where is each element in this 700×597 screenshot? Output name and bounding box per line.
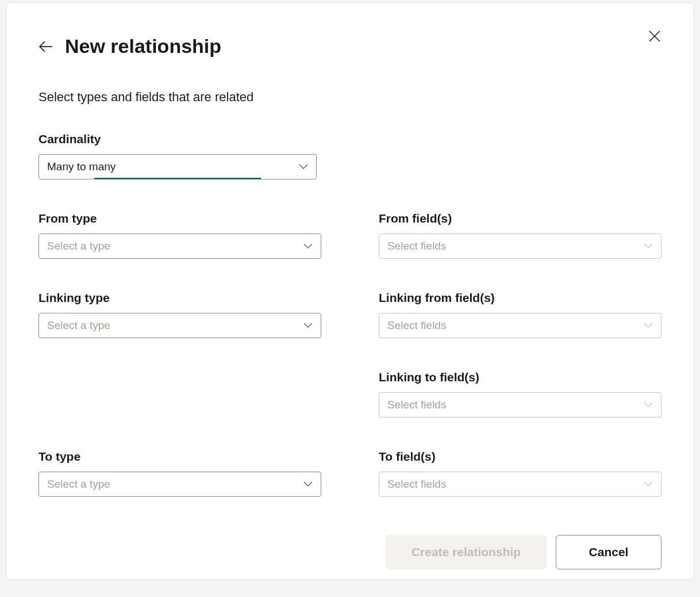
- from-fields-select[interactable]: Select fields: [379, 234, 661, 259]
- linking-from-fields-group: Linking from field(s) Select fields: [379, 291, 661, 338]
- dialog-header: New relationship: [39, 35, 661, 58]
- from-fields-label: From field(s): [379, 212, 661, 225]
- to-type-placeholder: Select a type: [47, 478, 303, 491]
- cardinality-label: Cardinality: [39, 132, 317, 146]
- cancel-button[interactable]: Cancel: [556, 535, 661, 569]
- chevron-down-icon: [303, 323, 313, 328]
- chevron-down-icon: [299, 164, 308, 170]
- new-relationship-dialog: New relationship Select types and fields…: [6, 2, 694, 580]
- chevron-down-icon: [644, 481, 653, 487]
- linking-to-fields-placeholder: Select fields: [387, 399, 644, 411]
- chevron-down-icon: [644, 243, 653, 249]
- linking-to-fields-group: Linking to field(s) Select fields: [379, 370, 661, 418]
- from-type-label: From type: [39, 212, 321, 225]
- back-arrow-icon[interactable]: [39, 39, 53, 54]
- to-fields-placeholder: Select fields: [387, 478, 644, 491]
- cardinality-select[interactable]: Many to many: [39, 154, 317, 179]
- cardinality-value: Many to many: [47, 160, 299, 173]
- chevron-down-icon: [303, 243, 313, 249]
- spacer: [39, 529, 321, 530]
- from-type-select[interactable]: Select a type: [39, 234, 321, 259]
- linking-type-group: Linking type Select a type: [39, 291, 321, 338]
- linking-type-label: Linking type: [39, 291, 321, 305]
- to-fields-select[interactable]: Select fields: [379, 472, 661, 497]
- linking-to-fields-select[interactable]: Select fields: [379, 392, 661, 418]
- from-fields-placeholder: Select fields: [387, 240, 644, 252]
- to-type-label: To type: [39, 450, 321, 464]
- to-type-group: To type Select a type: [39, 450, 321, 497]
- close-icon[interactable]: [648, 29, 661, 45]
- chevron-down-icon: [303, 481, 313, 487]
- linking-from-fields-placeholder: Select fields: [387, 319, 644, 332]
- linking-type-select[interactable]: Select a type: [39, 313, 321, 338]
- dialog-footer: Create relationship Cancel: [379, 535, 661, 569]
- linking-type-placeholder: Select a type: [47, 319, 303, 332]
- linking-to-fields-label: Linking to field(s): [379, 370, 661, 384]
- linking-from-fields-label: Linking from field(s): [379, 291, 661, 305]
- chevron-down-icon: [644, 323, 653, 328]
- chevron-down-icon: [644, 402, 653, 408]
- to-type-select[interactable]: Select a type: [39, 472, 321, 497]
- spacer: [39, 370, 321, 371]
- from-type-group: From type Select a type: [39, 212, 321, 259]
- dialog-subtitle: Select types and fields that are related: [39, 90, 661, 105]
- to-fields-group: To field(s) Select fields: [379, 450, 661, 497]
- from-type-placeholder: Select a type: [47, 240, 303, 252]
- form-grid: Cardinality Many to many From type Selec…: [39, 132, 661, 569]
- cardinality-group: Cardinality Many to many: [39, 132, 317, 179]
- to-fields-label: To field(s): [379, 450, 661, 464]
- dialog-title: New relationship: [65, 35, 221, 58]
- linking-from-fields-select[interactable]: Select fields: [379, 313, 661, 338]
- create-relationship-button[interactable]: Create relationship: [386, 535, 547, 569]
- from-fields-group: From field(s) Select fields: [379, 212, 661, 259]
